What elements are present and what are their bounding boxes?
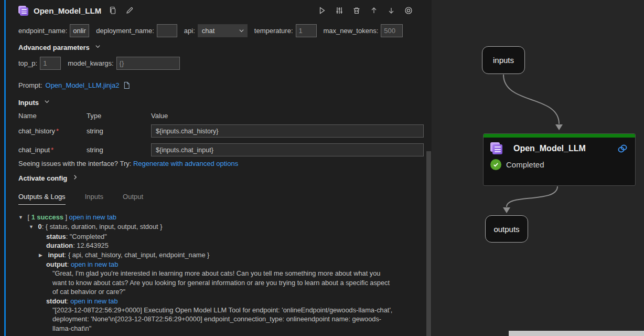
prompt-label: Prompt:: [18, 81, 42, 89]
graph-node-outputs[interactable]: outputs: [485, 215, 528, 243]
log-stdout-text: "[2023-12-08T22:56:29+0000] Executing Op…: [18, 306, 395, 333]
top-p-input[interactable]: [40, 57, 61, 70]
model-kwargs-label: model_kwargs:: [68, 59, 113, 67]
top-p-label: top_p:: [18, 59, 37, 67]
node-detail-panel: Open_Model_LLM: [0, 0, 432, 336]
move-down-icon[interactable]: [387, 6, 395, 15]
move-up-icon[interactable]: [370, 6, 378, 15]
open-in-new-tab-link[interactable]: open in new tab: [71, 260, 118, 268]
api-select[interactable]: chat: [198, 24, 248, 37]
graph-node-open-model-llm[interactable]: Open_Model_LLM Completed: [483, 133, 636, 186]
run-icon[interactable]: [318, 6, 326, 15]
hint-text: Seeing issues with the interface? Try:: [18, 160, 131, 167]
focus-indicator-bar: [4, 0, 6, 336]
input-type: string: [87, 127, 151, 135]
open-in-new-tab-link[interactable]: open in new tab: [70, 297, 117, 305]
inputs-section-title: Inputs: [18, 99, 39, 107]
tune-settings-icon[interactable]: [335, 6, 344, 15]
chevron-right-icon[interactable]: [72, 174, 79, 182]
chat-history-value-input[interactable]: ${inputs.chat_history}: [151, 124, 424, 138]
log-success-line: ▼ [ 1 success ] open in new tab: [18, 213, 421, 222]
collapse-icon[interactable]: ▼: [18, 213, 26, 222]
completed-check-icon: [490, 159, 501, 170]
table-row: chat_input* string ${inputs.chat_input}: [18, 143, 424, 156]
input-name: chat_input*: [18, 146, 87, 154]
outputs-node-label: outputs: [493, 225, 519, 234]
inputs-section-header[interactable]: Inputs: [18, 98, 421, 107]
deployment-name-label: deployment_name:: [96, 27, 154, 35]
tab-outputs-logs[interactable]: Outputs & Logs: [18, 193, 66, 205]
log-output-line: output: open in new tab: [18, 260, 421, 269]
api-label: api:: [184, 27, 195, 35]
status-text: Completed: [506, 160, 544, 169]
input-type: string: [87, 146, 151, 154]
node-header: Open_Model_LLM: [18, 4, 421, 17]
activate-config-header[interactable]: Activate config: [18, 174, 421, 182]
temperature-label: temperature:: [254, 27, 293, 35]
graph-node-title: Open_Model_LLM: [513, 144, 617, 153]
vertical-scrollbar[interactable]: [426, 151, 431, 336]
column-type: Type: [87, 112, 151, 120]
item-index: 0: [38, 223, 42, 230]
edit-icon[interactable]: [125, 6, 134, 15]
success-count: 1 success: [31, 213, 63, 221]
node-toolbar: [318, 4, 413, 17]
input-name: chat_history*: [18, 127, 87, 135]
advanced-parameters-row: top_p: model_kwargs:: [18, 56, 421, 70]
horizontal-scrollbar[interactable]: [509, 331, 644, 336]
column-name: Name: [18, 112, 87, 120]
log-status-line: status: "Completed": [18, 232, 421, 241]
prompt-row: Prompt: Open_Model_LLM.jinja2: [18, 81, 421, 89]
chevron-down-icon[interactable]: [94, 43, 101, 51]
required-asterisk: *: [56, 127, 59, 135]
chevron-down-icon[interactable]: [44, 98, 50, 107]
node-status-bar: [484, 134, 635, 138]
tab-inputs[interactable]: Inputs: [85, 193, 103, 205]
collapse-icon[interactable]: ▼: [29, 223, 36, 232]
flow-graph-panel: inputs Open_Model_LLM Co: [432, 0, 644, 336]
node-title: Open_Model_LLM: [34, 6, 101, 15]
llm-node-icon: [18, 6, 28, 16]
delete-icon[interactable]: [352, 6, 361, 15]
locate-target-icon[interactable]: [404, 6, 413, 15]
expand-icon[interactable]: ▶: [39, 251, 46, 260]
interface-hint: Seeing issues with the interface? Try: R…: [18, 160, 421, 167]
llm-node-icon: [490, 142, 502, 154]
activate-config-title: Activate config: [18, 174, 67, 182]
chat-input-value-input[interactable]: ${inputs.chat_input}: [151, 143, 424, 156]
required-asterisk: *: [51, 146, 53, 154]
parameter-row: endpoint_name: deployment_name: api: cha…: [18, 24, 421, 37]
connection-link-icon[interactable]: [617, 143, 628, 154]
tab-output[interactable]: Output: [123, 193, 143, 205]
panel-edge: [0, 0, 4, 336]
log-item-line: ▼ 0: { status, duration, input, output, …: [18, 222, 421, 232]
regenerate-link[interactable]: Regenerate with advanced options: [133, 160, 238, 167]
log-input-line: ▶ input: { api, chat_history, chat_input…: [18, 250, 421, 260]
prompt-file-link[interactable]: Open_Model_LLM.jinja2: [46, 81, 120, 89]
open-in-new-tab-link[interactable]: open in new tab: [69, 213, 116, 221]
log-stdout-line: stdout: open in new tab: [18, 297, 421, 306]
deployment-name-input[interactable]: [157, 24, 177, 37]
advanced-parameters-header[interactable]: Advanced parameters: [18, 43, 421, 51]
advanced-parameters-title: Advanced parameters: [18, 44, 90, 51]
file-icon[interactable]: [123, 81, 131, 89]
endpoint-name-input[interactable]: [70, 24, 89, 37]
max-new-tokens-input[interactable]: [381, 24, 403, 37]
node-status: Completed: [490, 159, 628, 170]
inputs-table-header: Name Type Value: [18, 112, 421, 120]
log-tree: ▼ [ 1 success ] open in new tab ▼ 0: { s…: [18, 213, 421, 333]
table-row: chat_history* string ${inputs.chat_histo…: [18, 124, 424, 138]
column-value: Value: [151, 112, 421, 120]
endpoint-name-label: endpoint_name:: [18, 27, 67, 35]
log-duration-line: duration: 12.643925: [18, 241, 421, 250]
log-output-text: "Great, I'm glad you're interested in le…: [18, 269, 395, 296]
max-new-tokens-label: max_new_tokens:: [324, 27, 379, 35]
graph-node-inputs[interactable]: inputs: [482, 46, 525, 74]
bottom-tabs: Outputs & Logs Inputs Output: [18, 193, 421, 205]
temperature-input[interactable]: [296, 24, 317, 37]
copy-icon[interactable]: [109, 6, 117, 15]
model-kwargs-input[interactable]: [116, 57, 180, 70]
inputs-node-label: inputs: [493, 56, 514, 65]
